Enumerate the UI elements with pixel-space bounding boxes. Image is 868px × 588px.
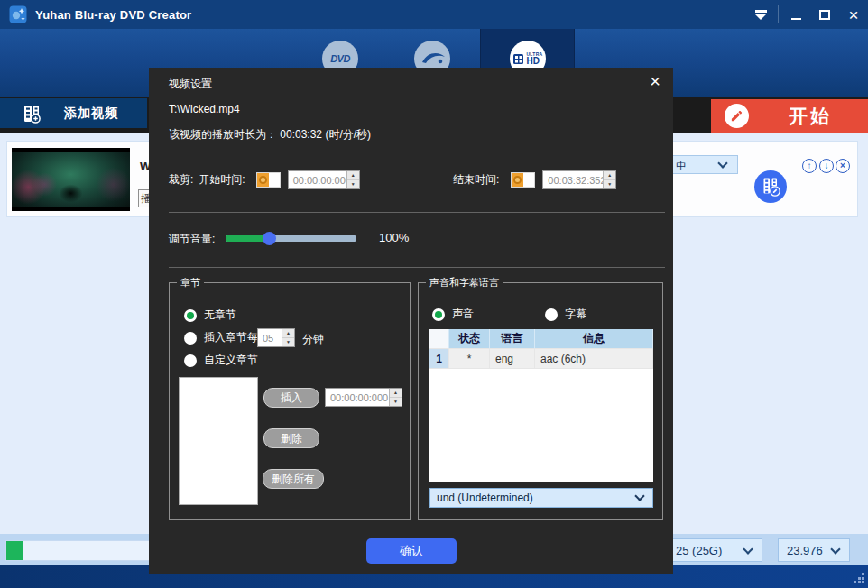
trim-start-time-input[interactable]: 00:00:00:000 ▲▼ xyxy=(288,170,360,189)
resize-grip[interactable] xyxy=(854,573,865,584)
radio-selected-icon xyxy=(184,309,197,322)
add-video-label: 添加视频 xyxy=(64,106,118,122)
delete-all-chapters-button[interactable]: 删除所有 xyxy=(263,469,324,489)
video-thumbnail xyxy=(12,148,130,211)
edit-video-button[interactable] xyxy=(754,170,787,203)
trim-end-group: 结束时间: 00:03:32:352 ▲▼ xyxy=(453,169,616,190)
table-row-number[interactable]: 1 xyxy=(429,349,449,369)
spin-down-icon[interactable]: ▼ xyxy=(390,398,402,406)
volume-slider-thumb[interactable] xyxy=(263,232,276,245)
spin-up-icon[interactable]: ▲ xyxy=(604,171,615,180)
spinner-buttons[interactable]: ▲▼ xyxy=(603,171,615,188)
radio-subtitle[interactable]: 字幕 xyxy=(545,307,586,322)
start-button[interactable]: 开始 xyxy=(711,99,868,133)
trim-end-label: 结束时间: xyxy=(453,172,499,188)
dialog-close-button[interactable]: × xyxy=(650,72,660,90)
table-header-status: 状态 xyxy=(449,329,490,349)
chapter-list[interactable] xyxy=(179,377,258,505)
title-bar: Yuhan Blu-ray DVD Creator × xyxy=(0,0,868,29)
trim-end-time-value: 00:03:32:352 xyxy=(548,175,605,186)
radio-label: 字幕 xyxy=(565,307,586,322)
app-window: DVD ULTRA HD xyxy=(0,0,868,588)
trim-start-time-value: 00:00:00:000 xyxy=(293,175,351,186)
audio-subtitle-group-title: 声音和字幕语言 xyxy=(426,276,503,289)
chapter-time-value: 00:00:00:000 xyxy=(330,392,388,403)
trim-start-label: 开始时间: xyxy=(199,172,245,188)
toggle-off-area xyxy=(269,173,280,187)
chapter-time-input[interactable]: 00:00:00:000 ▲▼ xyxy=(325,388,402,407)
remove-video-button[interactable]: × xyxy=(836,159,850,173)
radio-icon xyxy=(184,332,197,345)
output-format-value: 中 xyxy=(676,159,687,174)
table-cell-language[interactable]: eng xyxy=(490,349,535,369)
minimize-button[interactable] xyxy=(781,0,810,29)
delete-chapter-button[interactable]: 删除 xyxy=(263,428,319,448)
track-language-select[interactable]: und (Undetermined) xyxy=(429,488,653,508)
maximize-button[interactable] xyxy=(810,0,839,29)
dvd-logo-text: DVD xyxy=(330,53,350,64)
table-header-language: 语言 xyxy=(490,329,535,349)
chapters-group: 章节 无章节 插入章节每 05 ▲▼ 分钟 自定义章节 插入 00:00:00:… xyxy=(169,282,411,520)
spinner-buttons[interactable]: ▲▼ xyxy=(346,171,359,188)
chevron-down-icon xyxy=(634,491,644,501)
radio-custom-chapters[interactable]: 自定义章节 xyxy=(184,353,258,368)
dialog-title: 视频设置 xyxy=(169,77,212,92)
table-corner-cell xyxy=(429,329,449,349)
table-cell-info[interactable]: aac (6ch) xyxy=(535,349,653,369)
framerate-value: 23.976 xyxy=(787,544,823,557)
radio-label: 声音 xyxy=(452,307,474,322)
chapter-interval-input[interactable]: 05 ▲▼ xyxy=(257,328,295,347)
menu-icon[interactable] xyxy=(746,0,775,29)
table-empty-area xyxy=(429,369,653,482)
app-logo-icon xyxy=(9,5,27,23)
disc-size-value: 25 (25G) xyxy=(676,544,722,557)
radio-label: 无章节 xyxy=(204,308,236,323)
edit-video-icon xyxy=(754,170,787,203)
window-controls: × xyxy=(746,0,868,29)
spin-up-icon[interactable]: ▲ xyxy=(390,389,402,398)
trim-end-toggle[interactable] xyxy=(511,172,535,188)
framerate-select[interactable]: 23.976 xyxy=(778,538,850,562)
divider xyxy=(169,152,665,152)
spin-down-icon[interactable]: ▼ xyxy=(347,180,359,188)
toggle-on-indicator xyxy=(257,173,269,187)
radio-no-chapters[interactable]: 无章节 xyxy=(184,308,236,323)
chevron-down-icon xyxy=(717,158,727,168)
radio-chapter-every[interactable]: 插入章节每 xyxy=(184,330,258,345)
uhd-logo-text-hd: HD xyxy=(526,57,539,66)
divider xyxy=(169,212,665,213)
spin-down-icon[interactable]: ▼ xyxy=(604,180,615,188)
confirm-button[interactable]: 确认 xyxy=(366,538,457,564)
video-file-path: T:\Wicked.mp4 xyxy=(169,103,240,115)
trim-label: 裁剪: xyxy=(169,172,193,188)
app-title: Yuhan Blu-ray DVD Creator xyxy=(35,8,191,22)
radio-label: 插入章节每 xyxy=(204,330,258,345)
volume-slider[interactable] xyxy=(226,235,356,242)
radio-label: 自定义章节 xyxy=(204,353,258,368)
trim-start-toggle[interactable] xyxy=(256,172,281,188)
spinner-buttons[interactable]: ▲▼ xyxy=(282,329,294,346)
table-cell-status[interactable]: * xyxy=(449,349,490,369)
insert-chapter-button[interactable]: 插入 xyxy=(263,388,319,408)
trim-start-group: 裁剪: 开始时间: 00:00:00:000 ▲▼ xyxy=(169,169,360,190)
audio-track-table[interactable]: 状态 语言 信息 1 * eng aac (6ch) xyxy=(429,329,653,482)
spin-up-icon[interactable]: ▲ xyxy=(282,329,294,338)
toggle-off-area xyxy=(523,173,534,187)
minutes-label: 分钟 xyxy=(302,332,324,347)
move-up-button[interactable]: ↑ xyxy=(802,159,817,173)
volume-label: 调节音量: xyxy=(169,232,215,247)
spin-down-icon[interactable]: ▼ xyxy=(282,338,294,346)
close-button[interactable]: × xyxy=(839,0,868,29)
spin-up-icon[interactable]: ▲ xyxy=(347,171,359,180)
table-header-info: 信息 xyxy=(535,329,653,349)
trim-end-time-input[interactable]: 00:03:32:352 ▲▼ xyxy=(542,170,616,189)
chapter-interval-value: 05 xyxy=(263,333,273,344)
radio-selected-icon xyxy=(432,308,445,321)
spinner-buttons[interactable]: ▲▼ xyxy=(389,389,402,406)
radio-icon xyxy=(545,308,558,321)
radio-audio[interactable]: 声音 xyxy=(432,307,474,322)
add-video-button[interactable]: 添加视频 xyxy=(0,98,147,128)
track-language-value: und (Undetermined) xyxy=(437,492,533,504)
move-down-button[interactable]: ↓ xyxy=(819,159,834,173)
volume-value: 100% xyxy=(379,231,409,244)
